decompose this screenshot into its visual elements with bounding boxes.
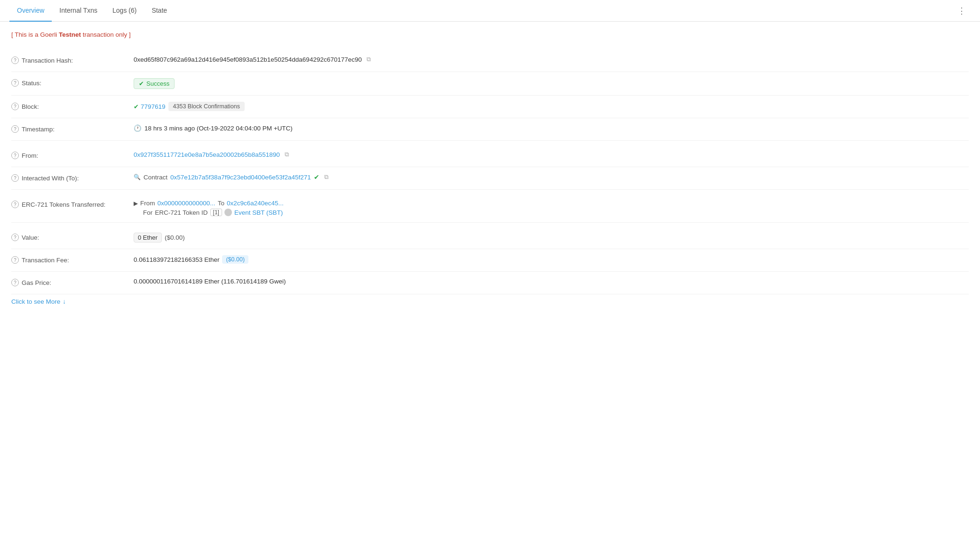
- testnet-notice: [ This is a Goerli Testnet transaction o…: [11, 31, 969, 38]
- tab-internal-txns[interactable]: Internal Txns: [52, 0, 105, 22]
- txn-fee-help-icon[interactable]: ?: [11, 256, 19, 264]
- status-badge: ✔ Success: [134, 78, 175, 89]
- gas-price-row: ? Gas Price: 0.000000116701614189 Ether …: [11, 272, 969, 294]
- gas-price-label: ? Gas Price:: [11, 278, 134, 286]
- value-help-icon[interactable]: ?: [11, 234, 19, 241]
- txn-fee-label: ? Transaction Fee:: [11, 255, 134, 264]
- testnet-bold: Testnet: [59, 31, 81, 38]
- status-label: ? Status:: [11, 78, 134, 87]
- token-transfer-line1: ▶ From 0x0000000000000... To 0x2c9c6a240…: [134, 200, 284, 207]
- overview-content: [ This is a Goerli Testnet transaction o…: [0, 22, 980, 315]
- erc721-to-address[interactable]: 0x2c9c6a240ec45...: [227, 200, 284, 207]
- from-address-copy-icon[interactable]: ⧉: [285, 151, 289, 158]
- more-options-button[interactable]: ⋮: [953, 1, 971, 21]
- transaction-hash-copy-icon[interactable]: ⧉: [367, 56, 371, 63]
- value-amount-badge: 0 Ether: [134, 233, 162, 243]
- transaction-hash-value: 0xed65f807c962a69a12d416e945ef0893a512b1…: [134, 56, 969, 63]
- erc721-for-label: For: [143, 209, 152, 216]
- gas-price-value: 0.000000116701614189 Ether (116.70161418…: [134, 278, 969, 285]
- contract-search-icon: 🔍: [134, 174, 141, 180]
- erc721-token-label: ERC-721 Token ID: [155, 209, 207, 216]
- status-help-icon[interactable]: ?: [11, 79, 19, 87]
- tab-overview[interactable]: Overview: [9, 0, 52, 22]
- erc721-value: ▶ From 0x0000000000000... To 0x2c9c6a240…: [134, 200, 969, 216]
- from-help-icon[interactable]: ?: [11, 152, 19, 159]
- timestamp-row: ? Timestamp: 🕐 18 hrs 3 mins ago (Oct-19…: [11, 118, 969, 141]
- block-help-icon[interactable]: ?: [11, 103, 19, 110]
- erc721-token-name-link[interactable]: Event SBT (SBT): [234, 209, 283, 216]
- divider-1: [11, 141, 969, 145]
- value-value: 0 Ether ($0.00): [134, 233, 969, 243]
- timestamp-label: ? Timestamp:: [11, 124, 134, 133]
- tab-bar: Overview Internal Txns Logs (6) State ⋮: [0, 0, 980, 22]
- divider-3: [11, 223, 969, 227]
- timestamp-value: 🕐 18 hrs 3 mins ago (Oct-19-2022 04:04:0…: [134, 124, 969, 132]
- from-label: ? From:: [11, 151, 134, 159]
- transaction-hash-label: ? Transaction Hash:: [11, 56, 134, 64]
- interacted-with-row: ? Interacted With (To): 🔍 Contract 0x57e…: [11, 167, 969, 190]
- block-value: ✔ 7797619 4353 Block Confirmations: [134, 102, 969, 111]
- erc721-help-icon[interactable]: ?: [11, 201, 19, 208]
- from-value: 0x927f355117721e0e8a7b5ea20002b65b8a5518…: [134, 151, 969, 158]
- erc721-from-label: From: [140, 200, 155, 207]
- see-more-button[interactable]: Click to see More ↓: [11, 298, 66, 305]
- erc721-label: ? ERC-721 Tokens Transferred:: [11, 200, 134, 208]
- contract-copy-icon[interactable]: ⧉: [324, 173, 328, 181]
- status-value: ✔ Success: [134, 78, 969, 89]
- tab-state[interactable]: State: [144, 0, 175, 22]
- erc721-to-label: To: [218, 200, 224, 207]
- from-row: ? From: 0x927f355117721e0e8a7b5ea20002b6…: [11, 145, 969, 167]
- txn-fee-row: ? Transaction Fee: 0.061183972182166353 …: [11, 249, 969, 272]
- txn-fee-amount: 0.061183972182166353 Ether: [134, 256, 219, 263]
- see-more-arrow-icon: ↓: [63, 298, 66, 305]
- block-confirmations-badge: 4353 Block Confirmations: [168, 102, 245, 111]
- contract-verified-icon: ✔: [314, 173, 319, 181]
- testnet-prefix: [ This is a Goerli: [11, 31, 59, 38]
- token-transfer-arrow-icon: ▶: [134, 200, 138, 207]
- block-row: ? Block: ✔ 7797619 4353 Block Confirmati…: [11, 96, 969, 118]
- interacted-help-icon[interactable]: ?: [11, 174, 19, 182]
- transaction-hash-row: ? Transaction Hash: 0xed65f807c962a69a12…: [11, 49, 969, 72]
- erc721-row: ? ERC-721 Tokens Transferred: ▶ From 0x0…: [11, 194, 969, 223]
- status-check-icon: ✔: [139, 80, 144, 87]
- tab-logs[interactable]: Logs (6): [105, 0, 144, 22]
- interacted-with-label: ? Interacted With (To):: [11, 173, 134, 182]
- clock-icon: 🕐: [134, 124, 142, 132]
- token-transfer-line2: For ERC-721 Token ID [1] Event SBT (SBT): [134, 209, 284, 216]
- value-usd: ($0.00): [165, 234, 185, 241]
- value-label: ? Value:: [11, 233, 134, 241]
- erc721-token-id-badge: [1]: [210, 209, 222, 216]
- contract-label: Contract: [143, 174, 167, 181]
- block-check-icon: ✔: [134, 103, 139, 110]
- contract-address-link[interactable]: 0x57e12b7a5f38a7f9c23ebd0400e6e53f2a45f2…: [170, 174, 311, 181]
- txn-fee-value: 0.061183972182166353 Ether ($0.00): [134, 255, 969, 264]
- gas-price-help-icon[interactable]: ?: [11, 279, 19, 286]
- testnet-suffix: transaction only ]: [81, 31, 131, 38]
- token-logo-icon: [224, 209, 232, 216]
- from-address-link[interactable]: 0x927f355117721e0e8a7b5ea20002b65b8a5518…: [134, 151, 280, 158]
- token-transfer-details: ▶ From 0x0000000000000... To 0x2c9c6a240…: [134, 200, 284, 216]
- value-row: ? Value: 0 Ether ($0.00): [11, 227, 969, 249]
- txn-fee-usd-badge: ($0.00): [222, 255, 248, 264]
- block-label: ? Block:: [11, 102, 134, 110]
- status-row: ? Status: ✔ Success: [11, 72, 969, 96]
- interacted-with-value: 🔍 Contract 0x57e12b7a5f38a7f9c23ebd0400e…: [134, 173, 969, 181]
- transaction-hash-help-icon[interactable]: ?: [11, 57, 19, 64]
- timestamp-help-icon[interactable]: ?: [11, 125, 19, 133]
- erc721-from-address[interactable]: 0x0000000000000...: [158, 200, 215, 207]
- block-number-link[interactable]: ✔ 7797619: [134, 103, 166, 110]
- divider-2: [11, 190, 969, 194]
